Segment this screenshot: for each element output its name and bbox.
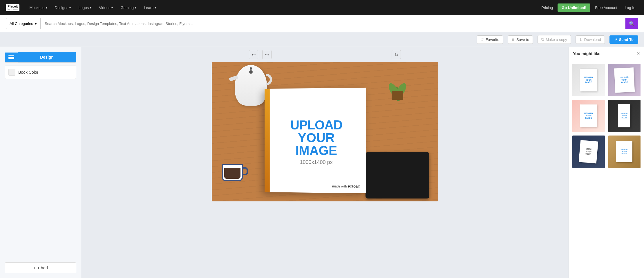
add-button[interactable]: + + Add <box>5 262 76 273</box>
you-might-like-title: You might like <box>573 51 600 56</box>
nav-learn[interactable]: Learn ▾ <box>141 4 159 12</box>
mockup-background: UPLOAD YOUR IMAGE 1000x1400 px made with… <box>212 62 438 201</box>
made-with-text: made with <box>332 185 347 188</box>
make-copy-button[interactable]: ⧉ Make a copy <box>538 35 571 44</box>
main-content: Design Book Color + + Add ↩ ↪ ↻ <box>0 47 644 278</box>
thumbnail-1[interactable]: UPLOADYOURIMAGE <box>572 63 605 97</box>
search-button[interactable]: 🔍 <box>625 18 638 29</box>
nav-gaming[interactable]: Gaming ▾ <box>117 4 139 12</box>
chevron-down-icon: ▾ <box>155 6 156 9</box>
logo-text: Placeit <box>8 5 18 8</box>
nav-pricing[interactable]: Pricing <box>538 4 556 12</box>
search-input-wrap <box>40 18 625 29</box>
color-swatch <box>8 69 15 76</box>
canvas-toolbar: ↩ ↪ ↻ <box>249 47 401 62</box>
nav-logos[interactable]: Logos ▾ <box>75 4 94 12</box>
right-panel-header: You might like × <box>569 47 644 60</box>
cup-element <box>222 164 243 181</box>
chevron-down-icon: ▾ <box>46 6 47 9</box>
search-bar: All Categories ▾ 🔍 <box>0 15 644 32</box>
heart-icon: ♡ <box>480 37 484 42</box>
teapot-element <box>235 65 267 106</box>
chevron-down-icon: ▾ <box>135 6 136 9</box>
search-icon: 🔍 <box>629 21 635 26</box>
nav-videos[interactable]: Videos ▾ <box>96 4 116 12</box>
category-label: All Categories <box>10 21 33 26</box>
logo-sub: by envato <box>8 8 18 10</box>
download-icon: ⬇ <box>579 37 583 42</box>
plus-icon: + <box>33 266 35 270</box>
book-color-button[interactable]: Book Color <box>5 66 76 79</box>
design-label: Design <box>18 52 76 62</box>
send-icon: ↗ <box>614 37 617 42</box>
chevron-down-icon: ▾ <box>35 21 37 26</box>
nav-login[interactable]: Log In <box>622 4 638 12</box>
action-bar: ♡ Favorite ⊕ Save to ⧉ Make a copy ⬇ Dow… <box>0 32 644 47</box>
thumbnail-3[interactable]: UPLOADYOURIMAGE <box>572 99 605 133</box>
chevron-down-icon: ▾ <box>90 6 91 9</box>
search-input[interactable] <box>40 18 625 29</box>
chevron-down-icon: ▾ <box>111 6 113 9</box>
design-button[interactable]: Design <box>5 52 76 63</box>
plant-element <box>383 66 412 101</box>
close-panel-button[interactable]: × <box>637 50 640 57</box>
top-nav: Placeit by envato Mockups ▾ Designs ▾ Lo… <box>0 0 644 15</box>
mockup-text-line1: UPLOAD <box>290 118 343 131</box>
go-unlimited-button[interactable]: Go Unlimited! <box>558 3 590 12</box>
nav-designs[interactable]: Designs ▾ <box>52 4 74 12</box>
undo-button[interactable]: ↩ <box>249 50 258 59</box>
nav-mockups[interactable]: Mockups ▾ <box>26 4 50 12</box>
right-panel: You might like × UPLOADYOURIMAGE UPLOADY… <box>569 47 644 278</box>
watermark: made with Placeit <box>329 183 362 189</box>
upload-image-icon <box>5 53 18 62</box>
tablet-element <box>366 152 429 198</box>
book-element: UPLOAD YOUR IMAGE 1000x1400 px made with… <box>265 88 366 193</box>
nav-free-account[interactable]: Free Account <box>592 4 620 12</box>
category-dropdown[interactable]: All Categories ▾ <box>6 18 40 29</box>
thumbnail-2[interactable]: UPLOADYOURIMAGE <box>608 63 641 97</box>
mockup-dimensions: 1000x1400 px <box>300 159 333 165</box>
send-to-button[interactable]: ↗ Send To <box>609 35 638 44</box>
chevron-down-icon: ▾ <box>69 6 71 9</box>
save-to-button[interactable]: ⊕ Save to <box>508 35 533 44</box>
redo-button[interactable]: ↪ <box>262 50 272 59</box>
refresh-button[interactable]: ↻ <box>392 50 401 59</box>
thumbnail-6[interactable]: UPLOADYOURIMAGE <box>608 135 641 169</box>
download-button[interactable]: ⬇ Download <box>576 35 605 44</box>
mockup-text-line2: YOUR <box>298 131 335 144</box>
thumbnails-grid: UPLOADYOURIMAGE UPLOADYOURIMAGE UPLOADYO… <box>569 60 644 172</box>
thumbnail-4[interactable]: UPLOADYOURIMAGE <box>608 99 641 133</box>
placeit-brand: Placeit <box>348 184 359 189</box>
left-panel: Design Book Color + + Add <box>0 47 81 278</box>
save-icon: ⊕ <box>511 37 515 42</box>
copy-icon: ⧉ <box>541 37 544 42</box>
favorite-button[interactable]: ♡ Favorite <box>477 35 503 44</box>
book-color-label: Book Color <box>18 70 38 75</box>
canvas-image-wrap: UPLOAD YOUR IMAGE 1000x1400 px made with… <box>81 62 569 278</box>
mockup-text-line3: IMAGE <box>295 144 337 157</box>
thumbnail-5[interactable]: DROPYOURHERE <box>572 135 605 169</box>
logo[interactable]: Placeit by envato <box>6 4 19 11</box>
center-canvas: ↩ ↪ ↻ <box>81 47 569 278</box>
